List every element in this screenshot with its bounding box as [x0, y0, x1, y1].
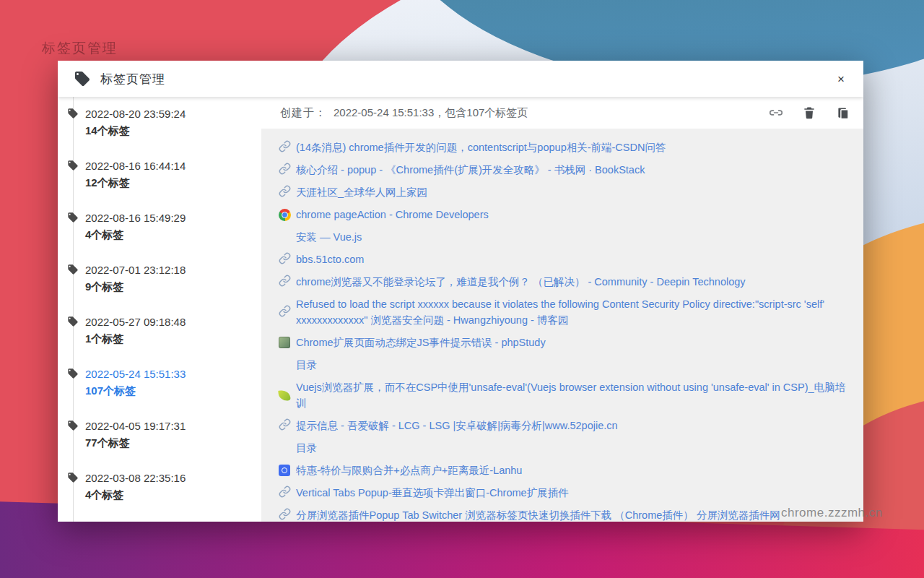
- tag-icon: [67, 420, 79, 431]
- copy-icon: [835, 105, 850, 121]
- group-count: 4个标签: [85, 226, 256, 243]
- tag-icon: [67, 160, 79, 171]
- tab-link[interactable]: 分屏浏览器插件Popup Tab Switcher 浏览器标签页快速切换插件下载…: [296, 507, 780, 522]
- open-links-button[interactable]: [768, 105, 784, 121]
- tab-link-row: 分屏浏览器插件Popup Tab Switcher 浏览器标签页快速切换插件下载…: [279, 507, 850, 522]
- tab-link[interactable]: (14条消息) chrome插件开发的问题，contentscript与popu…: [296, 139, 666, 155]
- session-detail-header: 创建于： 2022-05-24 15:51:33，包含107个标签页: [261, 97, 863, 129]
- group-count: 1个标签: [85, 330, 256, 347]
- tag-icon: [67, 472, 79, 483]
- sidebar-group[interactable]: 2022-07-01 23:12:189个标签: [58, 262, 261, 295]
- sidebar-group[interactable]: 2022-08-16 15:49:294个标签: [58, 210, 261, 243]
- favicon-placeholder: [279, 231, 291, 243]
- tag-icon: [67, 264, 79, 275]
- modal-header: 标签页管理 ×: [58, 61, 863, 97]
- delete-session-button[interactable]: [801, 105, 817, 121]
- tab-link[interactable]: 核心介绍 - popup - 《Chrome插件(扩展)开发全攻略》 - 书栈网…: [296, 162, 645, 178]
- tab-manager-modal: 标签页管理 × 2022-08-20 23:59:2414个标签2022-08-…: [58, 61, 863, 522]
- sidebar-group-list: 2022-08-20 23:59:2414个标签2022-08-16 16:44…: [58, 105, 261, 522]
- tab-link[interactable]: bbs.51cto.com: [296, 251, 364, 267]
- tab-link[interactable]: Vuejs浏览器扩展，而不在CSP中使用'unsafe-eval'(Vuejs …: [296, 379, 850, 411]
- tab-link[interactable]: 提示信息 - 吾爱破解 - LCG - LSG |安卓破解|病毒分析|www.5…: [296, 418, 618, 434]
- favicon-placeholder: [279, 442, 291, 454]
- session-timeline: 2022-08-20 23:59:2414个标签2022-08-16 16:44…: [58, 97, 261, 522]
- tab-link[interactable]: 安装 — Vue.js: [296, 229, 362, 245]
- favicon-slot: [279, 185, 293, 200]
- close-button[interactable]: ×: [833, 70, 849, 88]
- lanhu-favicon: [279, 465, 290, 476]
- link-icon: [279, 163, 291, 178]
- sidebar-group[interactable]: 2022-08-16 16:44:1412个标签: [58, 158, 261, 191]
- group-count: 77个标签: [85, 434, 256, 451]
- tab-link[interactable]: 目录: [296, 357, 317, 373]
- favicon-slot: [279, 337, 293, 348]
- trash-icon: [802, 105, 816, 120]
- tab-link[interactable]: 目录: [296, 440, 317, 456]
- tab-link[interactable]: Vertical Tabs Popup-垂直选项卡弹出窗口-Chrome扩展插件: [296, 485, 569, 501]
- tab-link[interactable]: 特惠-特价与限购合并+必点商户+距离最近-Lanhu: [296, 462, 522, 478]
- favicon-slot: [279, 442, 293, 454]
- group-date: 2022-05-27 09:18:48: [85, 314, 256, 330]
- tab-link-row: 目录: [279, 440, 850, 456]
- link-icon: [279, 185, 291, 200]
- session-detail: 创建于： 2022-05-24 15:51:33，包含107个标签页: [261, 97, 863, 522]
- group-date: 2022-08-16 15:49:29: [85, 210, 256, 226]
- favicon-slot: [279, 390, 293, 401]
- group-count: 107个标签: [85, 382, 256, 399]
- watermark: chrome.zzzmh.cn: [781, 506, 883, 520]
- favicon-slot: [279, 486, 293, 501]
- tab-link[interactable]: Refused to load the script xxxxxx becaus…: [296, 296, 850, 328]
- tab-link-row: 天涯社区_全球华人网上家园: [279, 184, 850, 200]
- link-icon: [279, 508, 291, 522]
- group-date: 2022-05-24 15:51:33: [85, 366, 256, 382]
- tab-link-row: Vuejs浏览器扩展，而不在CSP中使用'unsafe-eval'(Vuejs …: [279, 379, 850, 411]
- favicon-placeholder: [279, 359, 291, 371]
- copy-session-button[interactable]: [834, 105, 850, 121]
- tab-link[interactable]: 天涯社区_全球华人网上家园: [296, 184, 427, 200]
- tab-link-row: Chrome扩展页面动态绑定JS事件提示错误 - phpStudy: [279, 335, 850, 350]
- sidebar-group[interactable]: 2022-05-27 09:18:481个标签: [58, 314, 261, 347]
- tag-icon: [67, 212, 79, 223]
- link-icon: [279, 418, 291, 434]
- group-date: 2022-03-08 22:35:16: [85, 470, 256, 486]
- tab-link[interactable]: chrome浏览器又不能登录论坛了，难道是我个例？ （已解决） - Commun…: [296, 274, 746, 290]
- favicon-slot: [279, 252, 293, 267]
- tag-icon: [67, 316, 79, 327]
- tab-link-row: 提示信息 - 吾爱破解 - LCG - LSG |安卓破解|病毒分析|www.5…: [279, 418, 850, 434]
- group-count: 14个标签: [85, 122, 256, 139]
- tab-link-row: 安装 — Vue.js: [279, 229, 850, 245]
- favicon-slot: [279, 465, 293, 476]
- group-date: 2022-07-01 23:12:18: [85, 262, 256, 278]
- group-date: 2022-04-05 19:17:31: [85, 418, 256, 434]
- sidebar-group[interactable]: 2022-04-05 19:17:3177个标签: [58, 418, 261, 451]
- favicon-slot: [279, 508, 293, 522]
- tab-link-row: chrome浏览器又不能登录论坛了，难道是我个例？ （已解决） - Commun…: [279, 274, 850, 290]
- tab-link-row: (14条消息) chrome插件开发的问题，contentscript与popu…: [279, 139, 850, 155]
- group-count: 4个标签: [85, 486, 256, 503]
- tab-link-row: Vertical Tabs Popup-垂直选项卡弹出窗口-Chrome扩展插件: [279, 485, 850, 501]
- tab-link-row: 目录: [279, 357, 850, 373]
- link-icon: [279, 275, 291, 290]
- sidebar-group[interactable]: 2022-08-20 23:59:2414个标签: [58, 105, 261, 139]
- sidebar-group[interactable]: 2022-03-08 22:35:164个标签: [58, 470, 261, 503]
- favicon-slot: [279, 140, 293, 155]
- chrome-favicon: [279, 209, 291, 221]
- link-icon: [768, 105, 784, 121]
- page-background-title: 标签页管理: [42, 39, 118, 58]
- sidebar-group[interactable]: 2022-05-24 15:51:33107个标签: [58, 366, 261, 399]
- group-count: 9个标签: [85, 278, 256, 295]
- created-label: 创建于：: [280, 106, 326, 120]
- tab-link-list: (14条消息) chrome插件开发的问题，contentscript与popu…: [261, 129, 863, 522]
- favicon-slot: [279, 359, 293, 371]
- phpstudy-favicon: [279, 337, 290, 348]
- tab-link-row: Refused to load the script xxxxxx becaus…: [279, 296, 850, 328]
- modal-body: 2022-08-20 23:59:2414个标签2022-08-16 16:44…: [58, 97, 863, 522]
- tab-link-row: 核心介绍 - popup - 《Chrome插件(扩展)开发全攻略》 - 书栈网…: [279, 162, 850, 178]
- tab-link-row: 特惠-特价与限购合并+必点商户+距离最近-Lanhu: [279, 462, 850, 478]
- created-value: 2022-05-24 15:51:33，包含107个标签页: [334, 106, 528, 120]
- tab-link[interactable]: Chrome扩展页面动态绑定JS事件提示错误 - phpStudy: [296, 335, 546, 350]
- tab-link[interactable]: chrome pageAction - Chrome Developers: [296, 207, 489, 223]
- vuejs-leaf-favicon: [278, 389, 290, 402]
- tab-link-row: bbs.51cto.com: [279, 251, 850, 267]
- favicon-slot: [279, 305, 293, 320]
